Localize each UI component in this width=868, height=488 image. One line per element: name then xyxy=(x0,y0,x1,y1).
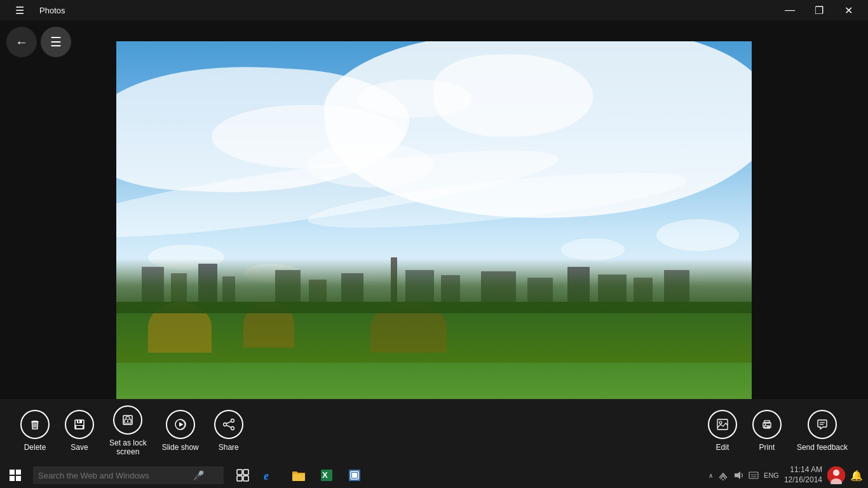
slide-show-icon xyxy=(166,410,195,439)
keyboard-icon xyxy=(749,470,759,480)
svg-marker-46 xyxy=(735,471,740,479)
svg-rect-37 xyxy=(243,476,248,481)
close-button[interactable]: ✕ xyxy=(834,0,863,20)
share-button[interactable]: Share xyxy=(207,405,251,457)
menu-button[interactable]: ☰ xyxy=(41,27,71,57)
taskbar: 🎤 e X xyxy=(0,463,868,488)
photo-area xyxy=(0,20,868,424)
svg-rect-8 xyxy=(76,426,83,428)
print-icon xyxy=(752,410,782,439)
network-icon xyxy=(718,470,728,480)
minimize-icon: — xyxy=(785,4,795,16)
svg-text:X: X xyxy=(322,470,328,480)
volume-icon xyxy=(733,470,743,480)
taskbar-right: ∧ ENG 11:14 AM 12/16/2014 🔔 xyxy=(703,463,868,488)
svg-rect-36 xyxy=(237,476,242,481)
lock-screen-icon xyxy=(113,405,142,435)
system-tray-expand[interactable]: ∧ xyxy=(709,472,713,479)
date-label: 12/16/2014 xyxy=(784,475,822,485)
slide-show-button[interactable]: Slide show xyxy=(154,405,207,457)
svg-rect-0 xyxy=(32,421,37,421)
app-title: Photos xyxy=(39,6,65,15)
svg-point-15 xyxy=(231,426,234,430)
maximize-icon: ❐ xyxy=(815,4,824,17)
edge-button[interactable]: e xyxy=(257,463,285,488)
close-icon: ✕ xyxy=(844,4,853,17)
hamburger-button[interactable]: ☰ xyxy=(5,0,34,20)
save-label: Save xyxy=(71,443,88,452)
search-mic-icon: 🎤 xyxy=(193,470,204,480)
search-bar[interactable]: 🎤 xyxy=(33,466,224,484)
photo-display xyxy=(116,41,752,403)
ground-layer xyxy=(116,302,752,403)
svg-rect-33 xyxy=(16,476,21,481)
search-input[interactable] xyxy=(38,471,191,480)
task-view-button[interactable] xyxy=(229,463,257,488)
menu-icon: ☰ xyxy=(50,34,62,50)
svg-rect-32 xyxy=(10,476,15,481)
svg-rect-44 xyxy=(352,473,357,478)
toolbar: Delete Save Set as lockscreen xyxy=(0,399,868,463)
window-controls: — ❐ ✕ xyxy=(775,0,863,20)
delete-icon xyxy=(20,410,50,439)
set-lock-screen-button[interactable]: Set as lockscreen xyxy=(102,400,154,462)
title-bar: ☰ Photos — ❐ ✕ xyxy=(0,0,868,20)
system-clock[interactable]: 11:14 AM 12/16/2014 xyxy=(784,465,822,485)
share-label: Share xyxy=(219,443,239,452)
svg-text:e: e xyxy=(264,470,269,482)
svg-rect-34 xyxy=(237,470,242,475)
svg-point-12 xyxy=(127,420,128,421)
svg-point-45 xyxy=(722,479,724,480)
excel-button[interactable]: X xyxy=(313,463,341,488)
language-label: ENG xyxy=(764,471,779,479)
edit-icon xyxy=(708,410,737,439)
edit-button[interactable]: Edit xyxy=(700,405,745,457)
time-label: 11:14 AM xyxy=(790,465,822,475)
edit-label: Edit xyxy=(716,443,729,452)
print-button[interactable]: Print xyxy=(745,405,789,457)
user-avatar[interactable] xyxy=(827,466,845,484)
slide-show-label: Slide show xyxy=(162,443,199,452)
minimize-button[interactable]: — xyxy=(775,0,804,20)
svg-line-17 xyxy=(226,421,231,424)
send-feedback-button[interactable]: Send feedback xyxy=(789,405,855,457)
start-button[interactable] xyxy=(0,463,31,488)
send-feedback-icon xyxy=(808,410,837,439)
svg-rect-9 xyxy=(78,420,79,423)
svg-rect-19 xyxy=(717,419,728,430)
title-bar-left: ☰ Photos xyxy=(5,0,65,20)
taskbar-apps: e X xyxy=(229,463,369,488)
save-icon xyxy=(65,410,94,439)
delete-button[interactable]: Delete xyxy=(13,405,57,457)
svg-rect-31 xyxy=(16,470,21,475)
app5-button[interactable] xyxy=(341,463,369,488)
svg-rect-35 xyxy=(243,470,248,475)
hamburger-icon: ☰ xyxy=(15,4,24,17)
svg-rect-47 xyxy=(749,472,758,478)
set-lock-screen-label: Set as lockscreen xyxy=(109,438,147,457)
save-button[interactable]: Save xyxy=(57,405,102,457)
share-icon xyxy=(214,410,243,439)
maximize-button[interactable]: ❐ xyxy=(804,0,834,20)
back-icon: ← xyxy=(15,35,28,50)
svg-rect-23 xyxy=(764,421,770,423)
file-explorer-button[interactable] xyxy=(285,463,313,488)
back-button[interactable]: ← xyxy=(6,27,37,57)
svg-point-14 xyxy=(231,419,234,422)
svg-rect-30 xyxy=(10,470,15,475)
send-feedback-label: Send feedback xyxy=(797,443,848,452)
svg-point-16 xyxy=(223,423,226,426)
print-label: Print xyxy=(759,443,775,452)
delete-label: Delete xyxy=(24,443,46,452)
svg-line-18 xyxy=(226,425,231,428)
svg-point-25 xyxy=(764,424,766,425)
trees-layer xyxy=(116,259,752,313)
nav-area: ← ☰ xyxy=(6,27,71,57)
svg-point-20 xyxy=(719,421,722,424)
svg-point-51 xyxy=(833,470,839,476)
notification-button[interactable]: 🔔 xyxy=(850,470,863,482)
